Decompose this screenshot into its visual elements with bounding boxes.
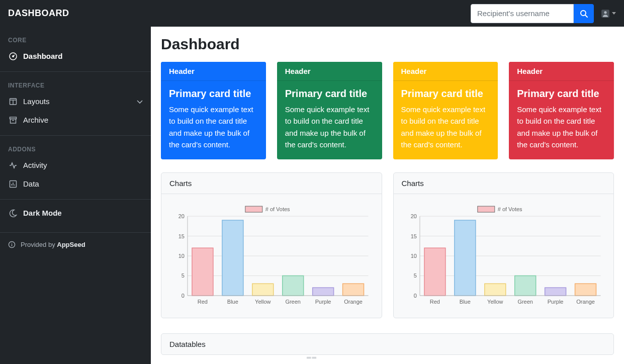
svg-text:10: 10 <box>179 253 185 259</box>
svg-rect-20 <box>245 206 262 212</box>
svg-rect-32 <box>192 248 213 296</box>
bar-chart: # of Votes05101520RedBlueYellowGreenPurp… <box>169 202 374 310</box>
svg-text:15: 15 <box>410 233 416 239</box>
sidebar-section-addons: ADDONS <box>0 136 151 156</box>
card-header: Header <box>277 62 382 81</box>
card-text: Some quick example text to build on the … <box>169 104 258 150</box>
svg-text:Orange: Orange <box>344 299 363 305</box>
svg-text:Red: Red <box>198 299 208 305</box>
page-title: Dashboard <box>161 36 614 53</box>
svg-text:Yellow: Yellow <box>487 299 503 305</box>
svg-rect-61 <box>514 276 536 295</box>
svg-rect-36 <box>313 288 334 296</box>
svg-rect-63 <box>575 284 596 296</box>
svg-text:Blue: Blue <box>227 299 238 305</box>
svg-text:Orange: Orange <box>576 299 595 305</box>
svg-text:20: 20 <box>179 213 185 219</box>
svg-text:15: 15 <box>179 233 185 239</box>
svg-rect-59 <box>454 220 475 296</box>
info-icon <box>8 241 16 248</box>
svg-text:5: 5 <box>182 272 185 279</box>
card-title: Primary card title <box>517 88 606 100</box>
searchbox <box>471 4 594 23</box>
sidebar-item-label: Activity <box>23 161 143 169</box>
svg-text:0: 0 <box>182 293 185 299</box>
summary-card-yellow: HeaderPrimary card titleSome quick examp… <box>393 62 498 159</box>
chart-panel-1: Charts # of Votes05101520RedBlueYellowGr… <box>161 172 382 318</box>
sidebar-item-archive[interactable]: Archive <box>0 111 151 129</box>
svg-rect-34 <box>252 284 274 296</box>
footer-brand[interactable]: AppSeed <box>57 241 85 248</box>
card-text: Some quick example text to build on the … <box>285 104 374 150</box>
card-title: Primary card title <box>169 88 258 100</box>
user-icon <box>601 9 610 18</box>
main-content: Dashboard HeaderPrimary card titleSome q… <box>151 27 624 364</box>
svg-text:Purple: Purple <box>315 299 331 305</box>
svg-text:Purple: Purple <box>547 299 563 305</box>
search-input[interactable] <box>471 4 574 23</box>
svg-rect-58 <box>424 248 445 296</box>
sidebar-item-activity[interactable]: Activity <box>0 156 151 174</box>
svg-text:5: 5 <box>413 272 416 279</box>
svg-text:Red: Red <box>429 299 439 305</box>
card-header: Header <box>393 62 498 81</box>
summary-card-green: HeaderPrimary card titleSome quick examp… <box>277 62 382 159</box>
card-header: Header <box>161 62 266 81</box>
svg-rect-33 <box>222 220 243 296</box>
search-button[interactable] <box>574 4 594 23</box>
sidebar-item-darkmode[interactable]: Dark Mode <box>0 200 151 226</box>
sidebar-item-layouts[interactable]: Layouts <box>0 92 151 111</box>
svg-rect-62 <box>545 288 566 296</box>
chart-panel-2: Charts # of Votes05101520RedBlueYellowGr… <box>393 172 614 318</box>
summary-card-red: HeaderPrimary card titleSome quick examp… <box>509 62 614 159</box>
chevron-down-icon <box>137 97 143 106</box>
svg-text:20: 20 <box>410 213 416 219</box>
svg-text:0: 0 <box>413 293 416 299</box>
svg-text:# of Votes: # of Votes <box>265 206 290 212</box>
sidebar: CORE Dashboard INTERFACE Layouts <box>0 27 151 364</box>
svg-line-1 <box>585 15 587 17</box>
card-text: Some quick example text to build on the … <box>517 104 606 150</box>
footer-prefix: Provided by <box>21 241 57 248</box>
sidebar-item-data[interactable]: Data <box>0 174 151 193</box>
card-title: Primary card title <box>401 88 490 100</box>
card-title: Primary card title <box>285 88 374 100</box>
svg-rect-35 <box>283 276 304 295</box>
svg-point-19 <box>12 243 13 244</box>
svg-text:Yellow: Yellow <box>255 299 271 305</box>
panel-header: Charts <box>161 173 382 194</box>
archive-icon <box>8 116 18 124</box>
sidebar-section-interface: INTERFACE <box>0 72 151 92</box>
user-menu[interactable] <box>601 9 616 18</box>
bar-chart: # of Votes05101520RedBlueYellowGreenPurp… <box>402 202 606 310</box>
svg-text:Blue: Blue <box>459 299 470 305</box>
svg-rect-11 <box>11 119 16 123</box>
sidebar-footer: Provided by AppSeed <box>0 233 151 256</box>
svg-point-3 <box>604 11 606 14</box>
sidebar-section-core: CORE <box>0 27 151 47</box>
panel-header: Charts <box>394 173 614 194</box>
sidebar-item-dashboard[interactable]: Dashboard <box>0 47 151 65</box>
panel-header: Datatables <box>161 334 613 354</box>
drag-handle-icon[interactable]: ══ <box>307 354 317 361</box>
sidebar-item-label: Archive <box>23 116 143 124</box>
svg-text:Green: Green <box>285 299 301 305</box>
caret-down-icon <box>612 12 616 15</box>
brand-title: DASHBOARD <box>8 8 144 19</box>
topnav: DASHBOARD <box>0 0 624 27</box>
moon-icon <box>8 209 18 217</box>
activity-icon <box>8 161 18 169</box>
svg-line-6 <box>13 55 15 56</box>
summary-card-blue: HeaderPrimary card titleSome quick examp… <box>161 62 266 159</box>
charts-row: Charts # of Votes05101520RedBlueYellowGr… <box>161 172 614 318</box>
search-icon <box>580 10 588 18</box>
card-header: Header <box>509 62 614 81</box>
sidebar-item-label: Data <box>23 179 143 188</box>
sidebar-item-label: Dark Mode <box>23 209 143 217</box>
svg-text:Green: Green <box>517 299 533 305</box>
bar-chart-icon <box>8 180 18 188</box>
datatables-panel: Datatables <box>161 333 614 355</box>
sidebar-item-label: Layouts <box>23 97 137 106</box>
svg-text:10: 10 <box>410 253 416 259</box>
svg-rect-37 <box>343 284 364 296</box>
